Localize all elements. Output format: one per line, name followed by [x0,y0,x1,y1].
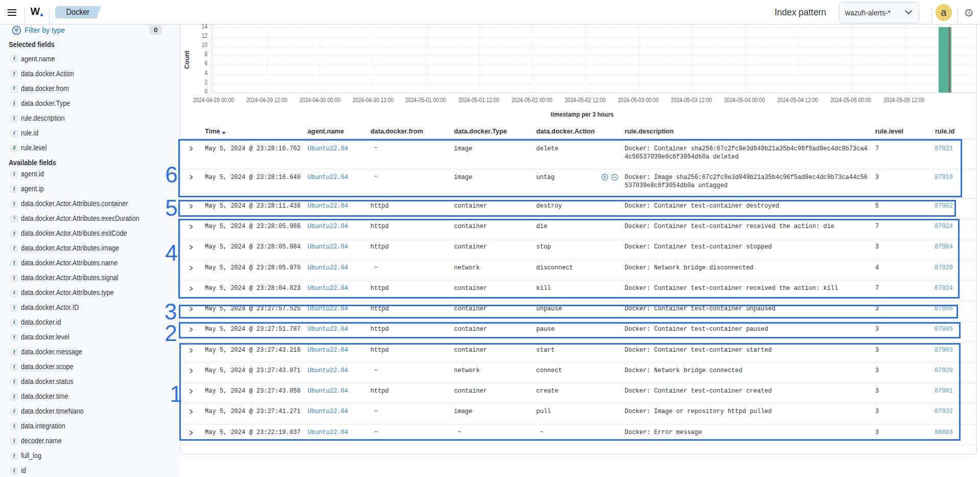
svg-text:?: ? [967,10,970,15]
